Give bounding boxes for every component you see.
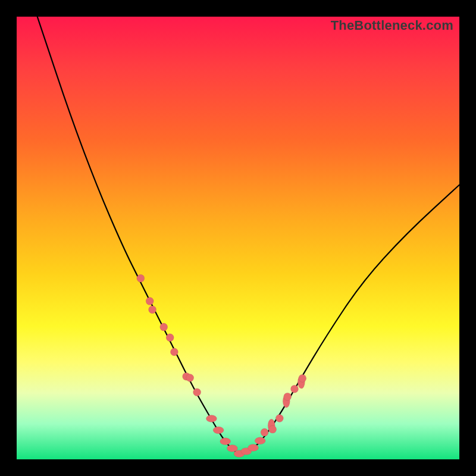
marker-dot — [160, 323, 168, 331]
chart-svg — [17, 17, 459, 459]
marker-dot — [149, 306, 156, 314]
marker-dot — [137, 274, 145, 282]
marker-dot — [269, 425, 277, 433]
marker-dot — [291, 385, 299, 393]
plot-area: TheBottleneck.com — [17, 17, 459, 459]
marker-dot — [193, 389, 201, 396]
marker-blob — [206, 415, 217, 422]
marker-dot — [261, 428, 268, 436]
marker-dot — [284, 393, 292, 400]
marker-blob — [220, 438, 231, 445]
marker-dot — [275, 415, 283, 422]
marker-dot — [299, 374, 306, 382]
bottleneck-curve — [17, 0, 459, 453]
chart-frame: TheBottleneck.com — [0, 0, 476, 476]
marker-dot — [166, 334, 174, 342]
marker-dot — [146, 298, 154, 305]
marker-blob — [248, 444, 259, 451]
marker-blob — [213, 427, 224, 434]
marker-dot — [170, 348, 178, 356]
curve-layer — [17, 0, 459, 453]
marker-dot — [186, 374, 194, 382]
marker-layer — [137, 274, 306, 457]
marker-blob — [255, 437, 265, 444]
